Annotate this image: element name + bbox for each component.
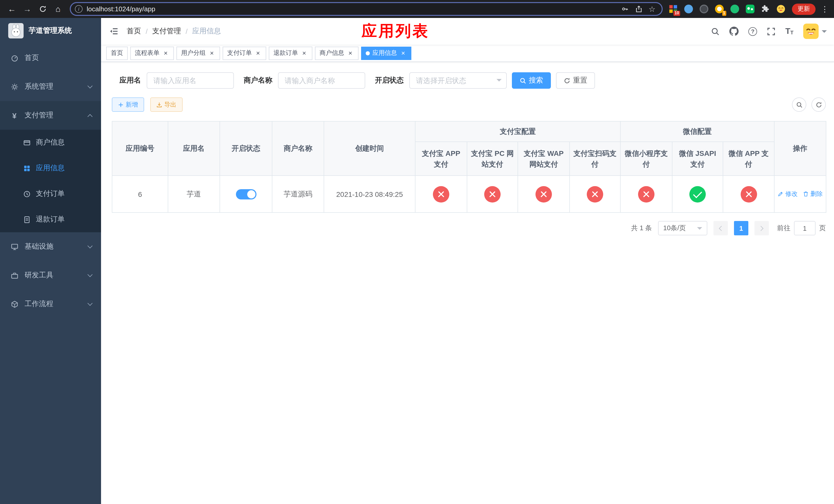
sidebar-item-label: 基础设施 [25, 242, 53, 251]
reload-icon[interactable] [36, 2, 49, 16]
search-icon[interactable] [711, 27, 720, 36]
chevron-left-icon [719, 226, 724, 231]
cell-wechat-lite [620, 176, 672, 212]
hamburger-icon[interactable] [101, 18, 127, 45]
sidebar-item-infrastructure[interactable]: 基础设施 [0, 232, 101, 261]
password-key-icon[interactable] [621, 5, 629, 13]
sidebar-item-merchant-info[interactable]: 商户信息 [0, 130, 101, 155]
bookmark-star-icon[interactable]: ☆ [649, 5, 656, 13]
sidebar-item-label: 工作流程 [25, 299, 53, 308]
tab-home[interactable]: 首页 [106, 46, 128, 60]
box-icon [10, 300, 19, 308]
prev-page-button[interactable] [714, 221, 728, 235]
col-alipay-wap: 支付宝 WAP 网站支付 [518, 142, 570, 176]
caret-down-icon [822, 30, 827, 35]
merchant-name-input[interactable] [278, 72, 365, 89]
status-toggle[interactable] [236, 189, 256, 199]
page-number-button[interactable]: 1 [734, 221, 748, 235]
breadcrumb-separator: / [186, 27, 188, 36]
extension-dark-icon[interactable] [699, 4, 709, 14]
status-select[interactable] [409, 72, 507, 89]
close-icon[interactable]: × [255, 49, 262, 56]
back-icon[interactable]: ← [5, 2, 19, 16]
sidebar-item-app-info[interactable]: 应用信息 [0, 155, 101, 181]
tab-refund-orders[interactable]: 退款订单 × [269, 46, 312, 60]
extension-wechat-icon[interactable] [745, 4, 755, 14]
export-button[interactable]: 导出 [150, 97, 182, 112]
cell-app-id: 6 [112, 176, 168, 212]
sidebar-item-home[interactable]: 首页 [0, 44, 101, 72]
breadcrumb: 首页 / 支付管理 / 应用信息 [127, 27, 221, 36]
goto-prefix: 前往 [777, 224, 790, 233]
refresh-table-button[interactable] [811, 97, 826, 112]
extensions-puzzle-icon[interactable] [760, 4, 770, 14]
tab-merchant-info[interactable]: 商户信息 × [315, 46, 358, 60]
tab-app-info[interactable]: 应用信息 × [361, 46, 411, 60]
sidebar-item-dev-tools[interactable]: 研发工具 [0, 261, 101, 290]
browser-update-button[interactable]: 更新 [792, 3, 815, 15]
cell-create-time: 2021-10-23 08:49:25 [324, 176, 415, 212]
browser-menu-icon[interactable]: ⋮ [821, 4, 829, 14]
sidebar-item-label: 退款订单 [36, 215, 65, 224]
tab-pay-orders[interactable]: 支付订单 × [223, 46, 266, 60]
sidebar-item-refund-orders[interactable]: 退款订单 [0, 207, 101, 232]
tags-view-bar: 首页 流程表单 × 用户分组 × 支付订单 × 退款订单 × [101, 45, 834, 62]
address-bar[interactable]: i localhost:1024/pay/app ☆ [70, 2, 663, 16]
breadcrumb-payment[interactable]: 支付管理 [152, 27, 181, 36]
forward-icon[interactable]: → [21, 2, 34, 16]
next-page-button[interactable] [754, 221, 769, 235]
chevron-right-icon [758, 226, 764, 231]
edit-button[interactable]: 修改 [777, 190, 797, 199]
add-button[interactable]: 新增 [112, 97, 144, 112]
tab-user-group[interactable]: 用户分组 × [176, 46, 220, 60]
help-icon[interactable]: ? [748, 27, 757, 36]
toggle-search-button[interactable] [792, 97, 806, 112]
sidebar-item-payment[interactable]: ¥ 支付管理 [0, 101, 101, 130]
extension-green-icon[interactable] [729, 4, 740, 14]
site-info-icon[interactable]: i [75, 5, 83, 13]
monitor-icon [10, 243, 19, 251]
extension-blue-icon[interactable] [683, 4, 694, 14]
cell-app-name: 芋道 [168, 176, 220, 212]
pagination-total: 共 1 条 [631, 224, 652, 233]
close-icon[interactable]: × [208, 49, 215, 56]
goto-page-input[interactable] [794, 221, 815, 235]
search-button[interactable]: 搜索 [512, 72, 551, 89]
breadcrumb-separator: / [146, 27, 148, 36]
url-text: localhost:1024/pay/app [87, 5, 621, 13]
close-icon[interactable]: × [162, 49, 169, 56]
tab-process-form[interactable]: 流程表单 × [130, 46, 174, 60]
sidebar-item-system[interactable]: 系统管理 [0, 72, 101, 101]
col-status: 开启状态 [220, 121, 272, 176]
sidebar-item-workflow[interactable]: 工作流程 [0, 290, 101, 318]
page-size-select[interactable]: 10条/页 [658, 221, 707, 235]
github-icon[interactable] [729, 27, 739, 36]
reset-button[interactable]: 重置 [556, 72, 595, 89]
extension-badge: 10 [674, 10, 680, 16]
delete-button[interactable]: 删除 [803, 190, 823, 199]
extension-ring-icon[interactable]: 1 [714, 4, 724, 14]
font-size-icon[interactable]: TT [785, 27, 793, 36]
app-name-input[interactable] [147, 72, 234, 89]
user-menu[interactable] [803, 24, 827, 39]
status-select-input[interactable] [409, 72, 507, 89]
extension-grid-icon[interactable]: 10 [668, 4, 678, 14]
profile-avatar-icon[interactable] [775, 4, 786, 14]
page-title: 应用列表 [361, 21, 429, 42]
sidebar-item-pay-orders[interactable]: 支付订单 [0, 181, 101, 207]
cell-wechat-app [723, 176, 774, 212]
extensions-area: 10 1 [668, 4, 786, 14]
share-icon[interactable] [635, 5, 642, 13]
breadcrumb-home[interactable]: 首页 [127, 27, 141, 36]
sidebar-item-label: 应用信息 [36, 164, 65, 173]
tab-label: 首页 [111, 49, 123, 58]
tab-label: 应用信息 [372, 49, 397, 58]
close-icon[interactable]: × [301, 49, 308, 56]
tab-label: 支付订单 [227, 49, 252, 58]
home-icon[interactable]: ⌂ [51, 2, 65, 16]
fullscreen-icon[interactable] [767, 27, 775, 36]
close-icon[interactable]: × [347, 49, 354, 56]
app-logo[interactable]: 芋道管理系统 [0, 18, 101, 44]
close-icon[interactable]: × [399, 49, 407, 56]
col-alipay-pc: 支付宝 PC 网站支付 [467, 142, 518, 176]
